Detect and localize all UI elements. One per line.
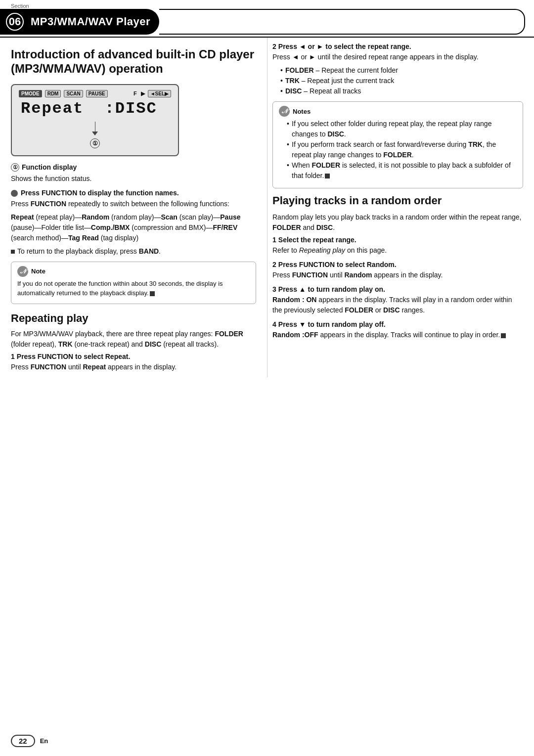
display-top-icons: PMODE RDM SCAN PAUSE F ▶ ◄SEL▶ bbox=[19, 90, 171, 97]
notes-icon: 𝒩 bbox=[279, 106, 290, 117]
step-2-body: Press ◄ or ► until the desired repeat ra… bbox=[272, 52, 523, 62]
page-header: 06 MP3/WMA/WAV Player bbox=[0, 0, 534, 38]
notes-box-title: 𝒩 Notes bbox=[279, 106, 517, 117]
notes-list: If you select other folder during repeat… bbox=[279, 119, 517, 181]
note-icon: 𝒩 bbox=[17, 266, 28, 277]
main-heading: Introduction of advanced built-in CD pla… bbox=[11, 47, 256, 76]
random-step-2-body: Press FUNCTION until Random appears in t… bbox=[272, 270, 523, 280]
pmode-icon: PMODE bbox=[19, 90, 42, 97]
page-number: 22 bbox=[11, 735, 35, 747]
step-1: 1Press FUNCTION to select Repeat. Press … bbox=[11, 353, 256, 372]
press-function-body: Press FUNCTION repeatedly to switch betw… bbox=[11, 199, 256, 209]
random-intro: Random play lets you play back tracks in… bbox=[272, 212, 523, 233]
random-step-1-body: Refer to Repeating play on this page. bbox=[272, 245, 523, 256]
end-square-icon-2 bbox=[325, 174, 330, 178]
function-num: ① bbox=[11, 163, 19, 172]
band-note: To return to the playback display, press… bbox=[11, 246, 256, 257]
step-2-title: 2Press ◄ or ► to select the repeat range… bbox=[272, 43, 523, 50]
repeating-play-heading: Repeating play bbox=[11, 312, 256, 325]
section-label: Section bbox=[11, 3, 29, 9]
notes-box: 𝒩 Notes If you select other folder durin… bbox=[272, 101, 523, 188]
callout-num-1: ① bbox=[90, 138, 100, 148]
random-step-1: 1Select the repeat range. Refer to Repea… bbox=[272, 236, 523, 256]
main-content: Introduction of advanced built-in CD pla… bbox=[0, 38, 534, 377]
note-box-title: 𝒩 Note bbox=[17, 266, 250, 277]
f-label: F bbox=[134, 90, 137, 96]
left-column: Introduction of advanced built-in CD pla… bbox=[11, 38, 267, 377]
header-title: MP3/WMA/WAV Player bbox=[31, 15, 150, 28]
note-box: 𝒩 Note If you do not operate the functio… bbox=[11, 262, 256, 304]
random-heading: Playing tracks in a random order bbox=[272, 194, 523, 207]
random-step-4-body: Random :OFF appears in the display. Trac… bbox=[272, 330, 523, 340]
note-item-3: When FOLDER is selected, it is not possi… bbox=[287, 160, 517, 181]
square-bullet-icon bbox=[11, 250, 15, 254]
function-display-title: Function display bbox=[22, 163, 77, 171]
note-body: If you do not operate the function withi… bbox=[17, 279, 250, 298]
step-1-body: Press FUNCTION until Repeat appears in t… bbox=[11, 362, 256, 372]
function-display-heading: ① Function display bbox=[11, 163, 256, 172]
section-number: 06 bbox=[6, 13, 24, 31]
repeat-option-trk: TRK – Repeat just the current track bbox=[280, 76, 523, 86]
function-list: Repeat (repeat play)—Random (random play… bbox=[11, 212, 256, 243]
random-step-1-title: 1Select the repeat range. bbox=[272, 236, 523, 244]
random-step-2: 2Press FUNCTION to select Random. Press … bbox=[272, 261, 523, 280]
random-step-4-title: 4Press ▼ to turn random play off. bbox=[272, 320, 523, 328]
note-item-2: If you perform track search or fast forw… bbox=[287, 139, 517, 160]
display-callout bbox=[19, 122, 171, 137]
function-display-desc: Shows the function status. bbox=[11, 174, 256, 184]
scan-icon: SCAN bbox=[64, 90, 83, 97]
random-step-3: 3Press ▲ to turn random play on. Random … bbox=[272, 285, 523, 315]
footer: 22 En bbox=[11, 735, 48, 747]
header-section-block: 06 MP3/WMA/WAV Player bbox=[0, 9, 159, 35]
press-function-heading: Press FUNCTION to display the function n… bbox=[21, 189, 179, 197]
play-symbol: ▶ bbox=[141, 90, 145, 97]
repeat-options-list: FOLDER – Repeat the current folder TRK –… bbox=[272, 65, 523, 96]
display-diagram: PMODE RDM SCAN PAUSE F ▶ ◄SEL▶ Repeat :D… bbox=[11, 84, 179, 156]
end-square-icon bbox=[150, 291, 155, 296]
note-item-1: If you select other folder during repeat… bbox=[287, 119, 517, 139]
pause-icon: PAUSE bbox=[86, 90, 108, 97]
step-1-title: 1Press FUNCTION to select Repeat. bbox=[11, 353, 256, 360]
note-title-text: Note bbox=[31, 267, 45, 275]
header-right-bar bbox=[159, 9, 525, 35]
sel-label: ◄SEL▶ bbox=[148, 90, 171, 97]
repeating-play-intro: For MP3/WMA/WAV playback, there are thre… bbox=[11, 329, 256, 350]
right-column: 2Press ◄ or ► to select the repeat range… bbox=[267, 38, 523, 377]
footer-lang: En bbox=[40, 737, 48, 745]
random-step-3-title: 3Press ▲ to turn random play on. bbox=[272, 285, 523, 293]
random-step-3-body: Random : ON appears in the display. Trac… bbox=[272, 295, 523, 315]
random-step-2-title: 2Press FUNCTION to select Random. bbox=[272, 261, 523, 268]
repeat-option-folder: FOLDER – Repeat the current folder bbox=[280, 65, 523, 76]
notes-title-text: Notes bbox=[293, 108, 311, 115]
bullet-circle-icon bbox=[11, 190, 18, 197]
end-square-icon-3 bbox=[501, 333, 506, 338]
random-step-4: 4Press ▼ to turn random play off. Random… bbox=[272, 320, 523, 340]
step-2: 2Press ◄ or ► to select the repeat range… bbox=[272, 43, 523, 96]
repeat-option-disc: DISC – Repeat all tracks bbox=[280, 86, 523, 96]
display-main-text: Repeat :DISC bbox=[19, 99, 171, 118]
rdm-icon: RDM bbox=[45, 90, 61, 97]
